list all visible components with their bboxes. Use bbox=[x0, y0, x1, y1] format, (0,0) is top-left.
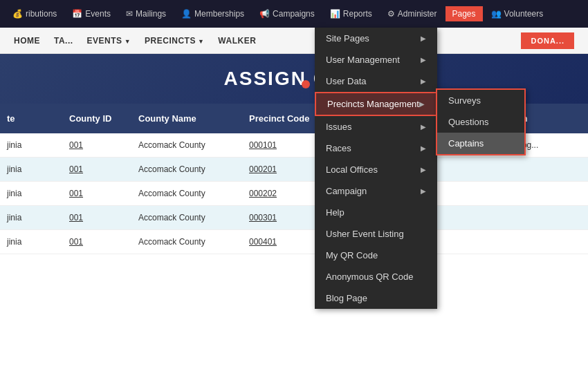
table-row: jinia 001 Accomack County 000201 Atlanti… bbox=[0, 158, 588, 182]
arrow-right-icon: ▶ bbox=[421, 144, 426, 152]
nav-mailings[interactable]: ✉ Mailings bbox=[119, 6, 173, 21]
arrow-right-icon: ▶ bbox=[421, 35, 426, 42]
nav-reports[interactable]: 📊 Reports bbox=[323, 6, 379, 21]
arrow-right-icon: ▶ bbox=[421, 187, 426, 195]
menu-anonymous-qr-code[interactable]: Anonymous QR Code bbox=[315, 266, 437, 287]
precincts-submenu: Surveys Questions Captains bbox=[436, 88, 526, 155]
nav-events[interactable]: 📅 Events bbox=[65, 6, 118, 21]
nav-memberships[interactable]: 👤 Memberships bbox=[174, 6, 251, 21]
cell-county-id[interactable]: 001 bbox=[62, 163, 131, 175]
menu-usher-event-listing[interactable]: Usher Event Listing bbox=[315, 223, 437, 245]
dropdown-menu: Site Pages ▶ User Management ▶ User Data… bbox=[315, 28, 437, 309]
cell-state: jinia bbox=[0, 187, 62, 200]
menu-issues[interactable]: Issues ▶ bbox=[315, 116, 437, 137]
cell-captain bbox=[450, 216, 588, 219]
cell-captain bbox=[450, 240, 588, 243]
cell-captain bbox=[450, 192, 588, 195]
table-row: jinia 001 Accomack County 000401 Bloxom bbox=[0, 230, 588, 254]
menu-campaign[interactable]: Campaign ▶ bbox=[315, 180, 437, 202]
donate-button[interactable]: DONA... bbox=[521, 32, 574, 49]
cell-county-name: Accomack County bbox=[131, 139, 242, 151]
nav-campaigns[interactable]: 📢 Campaigns bbox=[252, 6, 322, 21]
submenu-captains[interactable]: Captains bbox=[437, 133, 524, 154]
menu-blog-page[interactable]: Blog Page bbox=[315, 287, 437, 309]
table-row: jinia 001 Accomack County 000301 New Chu… bbox=[0, 206, 588, 230]
nav-precincts[interactable]: PRECINCTS bbox=[145, 33, 204, 48]
cell-state: jinia bbox=[0, 211, 62, 224]
cell-county-id[interactable]: 001 bbox=[62, 211, 131, 224]
arrow-right-icon: ▶ bbox=[421, 77, 426, 85]
menu-help[interactable]: Help bbox=[315, 202, 437, 223]
col-county-id: County ID bbox=[62, 111, 131, 126]
cell-state: jinia bbox=[0, 236, 62, 248]
menu-my-qr-code[interactable]: My QR Code bbox=[315, 245, 437, 266]
red-dot-indicator bbox=[302, 80, 310, 88]
pages-dropdown: Site Pages ▶ User Management ▶ User Data… bbox=[315, 28, 437, 309]
menu-races[interactable]: Races ▶ bbox=[315, 137, 437, 159]
nav-administer[interactable]: ⚙ Administer bbox=[380, 6, 444, 21]
nav-pages[interactable]: Pages bbox=[445, 6, 483, 21]
cell-county-id[interactable]: 001 bbox=[62, 236, 131, 248]
nav-contributions[interactable]: 💰 ributions bbox=[6, 6, 64, 21]
arrow-right-icon: ▶ bbox=[421, 123, 426, 131]
arrow-right-icon: ▶ bbox=[421, 166, 426, 173]
cell-county-id[interactable]: 001 bbox=[62, 187, 131, 200]
cell-county-name: Accomack County bbox=[131, 163, 242, 175]
arrow-right-icon: ▶ bbox=[419, 100, 425, 108]
cell-county-name: Accomack County bbox=[131, 211, 242, 224]
top-navigation: 💰 ributions 📅 Events ✉ Mailings 👤 Member… bbox=[0, 0, 588, 28]
menu-precincts-management[interactable]: Precincts Management ▶ bbox=[315, 92, 437, 116]
cell-county-id[interactable]: 001 bbox=[62, 139, 131, 151]
menu-user-management[interactable]: User Management ▶ bbox=[315, 49, 437, 70]
nav-home[interactable]: HOME bbox=[14, 33, 40, 48]
menu-site-pages[interactable]: Site Pages ▶ bbox=[315, 28, 437, 49]
col-county-name: County Name bbox=[131, 111, 242, 126]
table-row: jinia 001 Accomack County 000202 Greenba… bbox=[0, 182, 588, 206]
arrow-right-icon: ▶ bbox=[421, 56, 426, 64]
submenu-questions[interactable]: Questions bbox=[437, 111, 524, 133]
menu-local-offices[interactable]: Local Offices ▶ bbox=[315, 159, 437, 180]
nav-events-second[interactable]: EVENTS bbox=[87, 33, 131, 48]
col-state: te bbox=[0, 111, 62, 126]
cell-county-name: Accomack County bbox=[131, 236, 242, 248]
nav-ta[interactable]: TA... bbox=[54, 33, 73, 48]
cell-state: jinia bbox=[0, 163, 62, 175]
cell-captain bbox=[450, 168, 588, 171]
second-navigation: HOME TA... EVENTS PRECINCTS WALKER DONA.… bbox=[0, 28, 588, 54]
submenu-surveys[interactable]: Surveys bbox=[437, 90, 524, 111]
cell-state: jinia bbox=[0, 139, 62, 151]
nav-volunteers[interactable]: 👥 Volunteers bbox=[484, 6, 551, 21]
cell-county-name: Accomack County bbox=[131, 187, 242, 200]
nav-walker[interactable]: WALKER bbox=[218, 33, 256, 48]
menu-user-data[interactable]: User Data ▶ bbox=[315, 70, 437, 92]
